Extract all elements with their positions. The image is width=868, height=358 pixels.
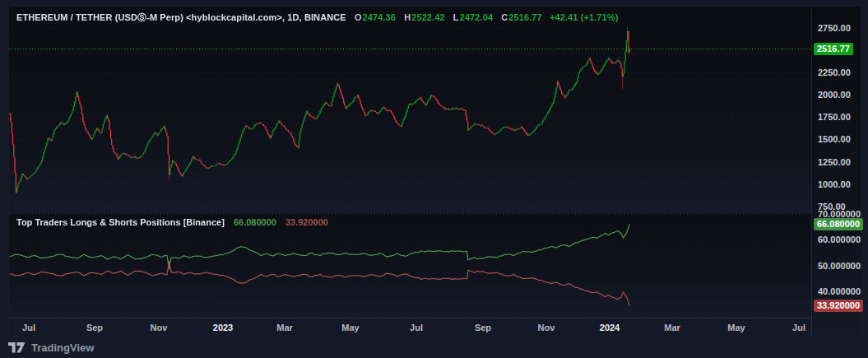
main-chart-canvas[interactable] xyxy=(9,7,811,318)
time-axis-month-label: Jul xyxy=(22,323,35,332)
axis-tick-label: 50.000000 xyxy=(818,261,861,271)
axis-tick-label: 1500.00 xyxy=(818,134,851,144)
longs-value-label: 66.080000 xyxy=(814,218,863,230)
chart-widget: ETHEREUM / TETHER (USDⓈ-M Perp) <hyblock… xyxy=(8,6,860,336)
close-value: 2516.77 xyxy=(508,12,541,22)
open-value: 2474.36 xyxy=(363,12,396,22)
time-axis-month-label: May xyxy=(727,323,745,332)
last-price-label: 2516.77 xyxy=(814,43,853,55)
time-axis-month-label: Mar xyxy=(664,323,680,332)
time-axis[interactable]: JulSepNov2023MarMayJulSepNov2024MarMayJu… xyxy=(9,318,811,337)
time-axis-month-label: May xyxy=(341,323,359,332)
time-axis-month-label: Sep xyxy=(86,323,103,332)
axis-tick-label: 60.000000 xyxy=(818,235,861,244)
axis-tick-label: 1750.00 xyxy=(818,112,851,122)
time-axis-month-label: Mar xyxy=(276,323,293,332)
symbol-title: ETHEREUM / TETHER (USDⓈ-M Perp) <hyblock… xyxy=(16,12,346,22)
longs-current-value: 66.080000 xyxy=(234,217,276,227)
shorts-current-value: 33.920000 xyxy=(285,217,328,227)
low-label: L xyxy=(453,12,459,22)
axis-tick-label: 1000.00 xyxy=(818,179,851,189)
price-axis[interactable]: 2516.77 66.080000 33.920000 2750.002250.… xyxy=(811,7,861,337)
tradingview-wordmark: TradingView xyxy=(31,342,94,354)
symbol-legend[interactable]: ETHEREUM / TETHER (USDⓈ-M Perp) <hyblock… xyxy=(16,12,618,24)
indicator-legend[interactable]: Top Traders Longs & Shorts Positions [Bi… xyxy=(16,217,328,227)
tradingview-attribution[interactable]: TradingView xyxy=(8,339,94,356)
close-label: C xyxy=(501,12,508,22)
high-label: H xyxy=(404,12,411,22)
high-value: 2522.42 xyxy=(411,12,444,22)
time-axis-month-label: Nov xyxy=(151,323,168,332)
axis-tick-label: 40.000000 xyxy=(818,286,861,296)
shorts-value-label: 33.920000 xyxy=(814,300,863,312)
low-value: 2472.04 xyxy=(460,12,493,22)
axis-tick-label: 2000.00 xyxy=(818,90,851,100)
indicator-title: Top Traders Longs & Shorts Positions [Bi… xyxy=(16,217,225,227)
axis-tick-label: 1250.00 xyxy=(818,157,851,167)
tradingview-logo-icon[interactable] xyxy=(8,342,26,353)
tradingview-chart-frame: ETHEREUM / TETHER (USDⓈ-M Perp) <hyblock… xyxy=(0,0,868,358)
time-axis-month-label: Jul xyxy=(792,323,805,332)
axis-tick-label: 2750.00 xyxy=(818,23,851,33)
time-axis-year-label: 2024 xyxy=(600,323,620,332)
axis-tick-label: 2250.00 xyxy=(818,67,851,77)
open-label: O xyxy=(355,12,362,22)
time-axis-year-label: 2023 xyxy=(213,323,233,332)
time-axis-month-label: Nov xyxy=(538,323,555,332)
time-axis-month-label: Jul xyxy=(410,323,423,332)
change-value: +42.41 (+1.71%) xyxy=(550,12,618,22)
time-axis-month-label: Sep xyxy=(475,323,491,332)
